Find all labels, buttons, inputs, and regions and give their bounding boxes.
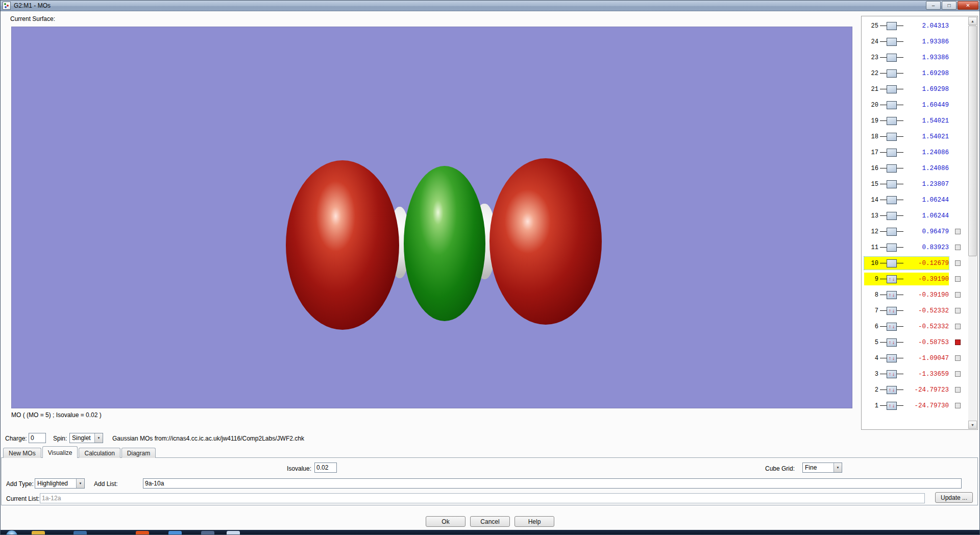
- mo-row-main[interactable]: 241.93386: [864, 35, 949, 48]
- active-app-icon[interactable]: [227, 531, 240, 535]
- cube-grid-dropdown-button[interactable]: ▼: [834, 463, 842, 472]
- mo-row-main[interactable]: 4↑↓-1.09047: [864, 352, 949, 364]
- virtual-orbital-icon[interactable]: [880, 259, 903, 268]
- mo-row-21[interactable]: 211.69298: [863, 81, 968, 97]
- occupied-orbital-icon[interactable]: ↑↓: [880, 323, 903, 331]
- mo-row-19[interactable]: 191.54021: [863, 113, 968, 129]
- mo-row-7[interactable]: 7↑↓-0.52332: [863, 303, 968, 319]
- maximize-button[interactable]: □: [942, 1, 957, 10]
- virtual-orbital-icon[interactable]: [880, 244, 903, 252]
- mo-row-20[interactable]: 201.60449: [863, 97, 968, 113]
- mo-row-10[interactable]: 10-0.12679: [863, 255, 968, 271]
- tab-diagram[interactable]: Diagram: [121, 448, 156, 458]
- mo-row-main[interactable]: 171.24086: [864, 146, 949, 159]
- virtual-orbital-icon[interactable]: [880, 117, 903, 125]
- mo-surface-checkbox[interactable]: [955, 260, 961, 266]
- mo-current-surface-checkbox[interactable]: [955, 339, 961, 345]
- virtual-orbital-icon[interactable]: [880, 101, 903, 109]
- isovalue-input[interactable]: [314, 463, 337, 473]
- mo-row-16[interactable]: 161.24086: [863, 160, 968, 176]
- virtual-orbital-icon[interactable]: [880, 69, 903, 78]
- mo-row-main[interactable]: 141.06244: [864, 193, 949, 206]
- virtual-orbital-icon[interactable]: [880, 54, 903, 62]
- mo-row-8[interactable]: 8↑↓-0.39190: [863, 287, 968, 303]
- mo-row-2[interactable]: 2↑↓-24.79723: [863, 382, 968, 398]
- mo-row-4[interactable]: 4↑↓-1.09047: [863, 350, 968, 366]
- cancel-button[interactable]: Cancel: [470, 516, 510, 527]
- add-type-select[interactable]: Highlighted ▼: [35, 478, 85, 489]
- app-icon-steel[interactable]: [201, 531, 214, 535]
- spin-dropdown-button[interactable]: ▼: [94, 433, 103, 443]
- occupied-orbital-icon[interactable]: ↑↓: [880, 307, 903, 315]
- occupied-orbital-icon[interactable]: ↑↓: [880, 402, 903, 410]
- mo-3d-view[interactable]: [11, 27, 852, 408]
- app-icon-light[interactable]: [168, 531, 182, 535]
- mo-row-main[interactable]: 161.24086: [864, 162, 949, 175]
- mo-surface-checkbox[interactable]: [955, 371, 961, 377]
- virtual-orbital-icon[interactable]: [880, 38, 903, 46]
- mo-row-25[interactable]: 252.04313: [863, 18, 968, 34]
- folder-icon[interactable]: [32, 531, 45, 535]
- mo-row-5[interactable]: 5↑↓-0.58753: [863, 334, 968, 350]
- mo-row-3[interactable]: 3↑↓-1.33659: [863, 366, 968, 382]
- browser-icon[interactable]: [136, 531, 149, 535]
- mo-row-main[interactable]: 221.69298: [864, 67, 949, 80]
- mo-row-main[interactable]: 231.93386: [864, 51, 949, 64]
- mo-row-main[interactable]: 120.96479: [864, 225, 949, 238]
- virtual-orbital-icon[interactable]: [880, 180, 903, 188]
- mo-surface-checkbox[interactable]: [955, 292, 961, 298]
- occupied-orbital-icon[interactable]: ↑↓: [880, 386, 903, 394]
- occupied-orbital-icon[interactable]: ↑↓: [880, 354, 903, 362]
- cube-grid-select[interactable]: Fine ▼: [802, 463, 842, 473]
- mo-surface-checkbox[interactable]: [955, 276, 961, 282]
- virtual-orbital-icon[interactable]: [880, 22, 903, 30]
- virtual-orbital-icon[interactable]: [880, 149, 903, 157]
- add-list-input[interactable]: [143, 478, 962, 489]
- mo-surface-checkbox[interactable]: [955, 324, 961, 329]
- close-button[interactable]: ✕: [958, 1, 978, 10]
- mo-row-main[interactable]: 1↑↓-24.79730: [864, 399, 949, 412]
- mo-row-main[interactable]: 110.83923: [864, 241, 949, 254]
- mo-surface-checkbox[interactable]: [955, 387, 961, 393]
- charge-input[interactable]: [29, 433, 46, 443]
- mo-row-main[interactable]: 201.60449: [864, 99, 949, 111]
- mo-row-24[interactable]: 241.93386: [863, 34, 968, 50]
- update-button[interactable]: Update ...: [935, 492, 973, 503]
- mo-row-1[interactable]: 1↑↓-24.79730: [863, 398, 968, 414]
- mo-surface-checkbox[interactable]: [955, 308, 961, 313]
- mo-surface-checkbox[interactable]: [955, 229, 961, 234]
- mo-row-11[interactable]: 110.83923: [863, 239, 968, 255]
- mo-row-18[interactable]: 181.54021: [863, 129, 968, 144]
- minimize-button[interactable]: –: [926, 1, 941, 10]
- mo-row-main[interactable]: 252.04313: [864, 19, 949, 32]
- mo-row-main[interactable]: 211.69298: [864, 83, 949, 95]
- mo-row-main[interactable]: 6↑↓-0.52332: [864, 320, 949, 333]
- tab-visualize[interactable]: Visualize: [42, 446, 78, 458]
- virtual-orbital-icon[interactable]: [880, 164, 903, 173]
- mo-surface-checkbox[interactable]: [955, 403, 961, 408]
- occupied-orbital-icon[interactable]: ↑↓: [880, 338, 903, 347]
- ok-button[interactable]: Ok: [426, 516, 465, 527]
- mo-row-main[interactable]: 151.23807: [864, 178, 949, 190]
- mo-row-17[interactable]: 171.24086: [863, 144, 968, 160]
- mo-row-main[interactable]: 8↑↓-0.39190: [864, 288, 949, 301]
- mo-row-23[interactable]: 231.93386: [863, 50, 968, 65]
- mo-row-12[interactable]: 120.96479: [863, 224, 968, 239]
- mo-row-main[interactable]: 181.54021: [864, 130, 949, 143]
- virtual-orbital-icon[interactable]: [880, 85, 903, 93]
- scroll-up-icon[interactable]: ▲: [968, 17, 977, 25]
- help-button[interactable]: Help: [514, 516, 554, 527]
- add-type-dropdown-button[interactable]: ▼: [76, 479, 84, 488]
- mo-row-15[interactable]: 151.23807: [863, 176, 968, 192]
- mo-row-main[interactable]: 9↑↓-0.39190: [864, 273, 949, 285]
- mo-row-14[interactable]: 141.06244: [863, 192, 968, 208]
- occupied-orbital-icon[interactable]: ↑↓: [880, 291, 903, 299]
- app-icon-blue[interactable]: [74, 531, 87, 535]
- mo-row-6[interactable]: 6↑↓-0.52332: [863, 319, 968, 334]
- virtual-orbital-icon[interactable]: [880, 212, 903, 220]
- mo-row-main[interactable]: 191.54021: [864, 114, 949, 127]
- start-orb[interactable]: [6, 530, 17, 535]
- mo-row-22[interactable]: 221.69298: [863, 65, 968, 81]
- mo-row-main[interactable]: 5↑↓-0.58753: [864, 336, 949, 349]
- virtual-orbital-icon[interactable]: [880, 196, 903, 204]
